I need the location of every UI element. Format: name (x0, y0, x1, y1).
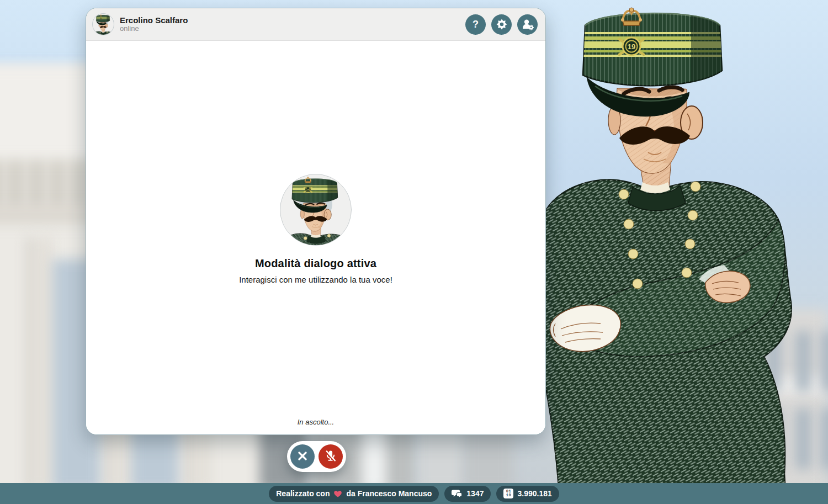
dialog-avatar (280, 174, 352, 246)
credit-prefix: Realizzato con (276, 489, 330, 498)
contact-status: online (120, 25, 188, 33)
total-count: 3.990.181 (517, 489, 551, 498)
help-button[interactable]: ? (465, 14, 486, 35)
credit-link[interactable]: Realizzato con da Francesco Mancuso (269, 486, 439, 502)
voice-controls (287, 441, 346, 472)
user-gear-icon (522, 18, 534, 30)
status-bar: Realizzato con da Francesco Mancuso 1347… (0, 483, 828, 504)
dialog-subtitle: Interagisci con me utilizzando la tua vo… (239, 275, 392, 284)
dialog-area: Modalità dialogo attiva Interagisci con … (86, 41, 545, 434)
messages-count-badge: 1347 (444, 486, 491, 502)
heart-icon (333, 490, 342, 498)
credit-suffix: da Francesco Mancuso (346, 489, 432, 498)
counter-row-bottom: 10 (506, 494, 511, 497)
settings-button[interactable] (491, 14, 512, 35)
x-icon (297, 450, 308, 463)
chat-bubbles-icon (452, 489, 463, 498)
contact-info: Ercolino Scalfaro online (120, 15, 188, 33)
profile-settings-button[interactable] (517, 14, 538, 35)
chat-window: Ercolino Scalfaro online ? (86, 8, 546, 435)
contact-name: Ercolino Scalfaro (120, 15, 188, 25)
close-dialog-button[interactable] (290, 444, 315, 469)
chat-header: Ercolino Scalfaro online ? (86, 8, 545, 41)
contact-avatar (92, 13, 114, 35)
header-buttons: ? (465, 14, 538, 35)
mute-microphone-button[interactable] (319, 444, 343, 469)
officer-illustration (530, 0, 828, 504)
gear-icon (496, 18, 508, 30)
building-column (26, 237, 50, 491)
mic-muted-icon (325, 450, 337, 464)
messages-count: 1347 (466, 489, 484, 498)
listening-status: In ascolto... (298, 418, 334, 426)
question-mark-icon: ? (473, 19, 479, 30)
total-count-badge: 01 10 3.990.181 (496, 486, 559, 502)
digit-counter-icon: 01 10 (503, 489, 513, 498)
dialog-title: Modalità dialogo attiva (255, 257, 376, 270)
